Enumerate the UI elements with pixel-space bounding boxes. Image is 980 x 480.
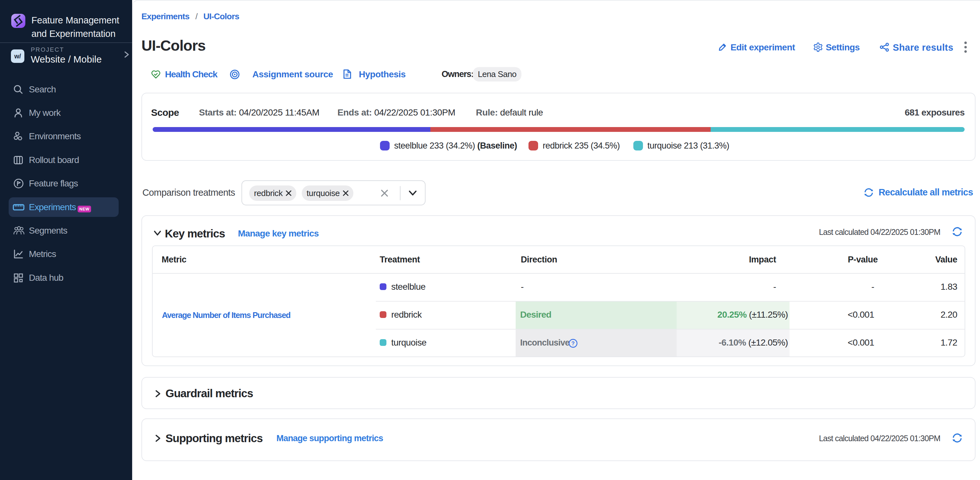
svg-text:?: ?: [571, 340, 575, 346]
